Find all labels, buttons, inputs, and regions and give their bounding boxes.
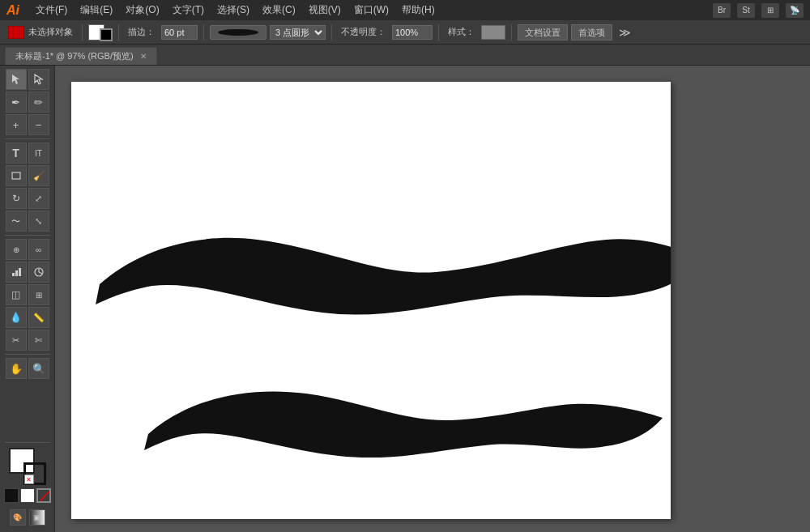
- black-swatch[interactable]: [4, 488, 19, 503]
- color-separator: [5, 442, 50, 443]
- mesh-tool[interactable]: ⊞: [28, 284, 49, 305]
- menu-object[interactable]: 对象(O): [126, 3, 159, 17]
- scissors-tool[interactable]: ✄: [28, 330, 49, 351]
- slice-tool[interactable]: ✂: [6, 330, 27, 351]
- reshape-tool[interactable]: ⤡: [28, 211, 49, 232]
- stock-icon[interactable]: St: [737, 3, 755, 18]
- stroke-label: 描边：: [125, 24, 158, 40]
- type-tools: T IT: [6, 143, 49, 164]
- svg-rect-4: [15, 270, 18, 276]
- slice-tools: ✂ ✄: [6, 330, 49, 351]
- bridge-icon[interactable]: Br: [713, 3, 731, 18]
- shape-tools: 🧹: [6, 165, 49, 186]
- menu-select[interactable]: 选择(S): [217, 3, 249, 17]
- blend-tool[interactable]: ∞: [28, 239, 49, 260]
- style-label: 样式：: [445, 24, 478, 40]
- tab-close-button[interactable]: ✕: [140, 52, 147, 61]
- opacity-label: 不透明度：: [338, 24, 389, 40]
- freehand-tool[interactable]: ✏: [28, 92, 49, 113]
- pie-graph-tool[interactable]: [28, 262, 49, 283]
- bottom-swatches: 🎨 ▣: [10, 509, 45, 526]
- app-logo: Ai: [6, 3, 19, 18]
- left-toolbar: ✒ ✏ + − T IT 🧹 ↻ ⤢ 〜 ⤡ ⊕ ∞: [0, 66, 55, 532]
- menu-text[interactable]: 文字(T): [173, 3, 204, 17]
- stroke-color-box[interactable]: ✕: [23, 462, 46, 485]
- pen-tool[interactable]: ✒: [6, 92, 27, 113]
- color-boxes: ✕ 🎨 ▣: [4, 440, 51, 529]
- menu-view[interactable]: 视图(V): [309, 3, 341, 17]
- pen-tools: ✒ ✏: [6, 92, 49, 113]
- brush-preview[interactable]: [210, 25, 266, 40]
- doc-setup-button[interactable]: 文档设置: [518, 24, 568, 40]
- rotate-tool[interactable]: ↻: [6, 188, 27, 209]
- toolbar-options-icon[interactable]: ≫: [619, 26, 631, 39]
- antenna-icon[interactable]: 📡: [786, 3, 804, 18]
- scale-tool[interactable]: ⤢: [28, 188, 49, 209]
- touch-type-tool[interactable]: IT: [28, 143, 49, 164]
- svg-rect-2: [12, 172, 20, 179]
- select-tools: [6, 69, 49, 90]
- eraser-tool[interactable]: 🧹: [28, 165, 49, 186]
- menu-edit[interactable]: 编辑(E): [80, 3, 113, 17]
- color-stack[interactable]: ✕: [9, 448, 46, 485]
- transform-tools: ↻ ⤢: [6, 188, 49, 209]
- rectangle-tool[interactable]: [6, 165, 27, 186]
- stroke-value-input[interactable]: [161, 25, 198, 40]
- utility-tools: 💧 📏: [6, 307, 49, 328]
- zoom-tool[interactable]: 🔍: [28, 358, 49, 379]
- svg-marker-0: [12, 74, 19, 84]
- document-tab[interactable]: 未标题-1* @ 97% (RGB/预览) ✕: [5, 47, 157, 65]
- title-bar: Ai 文件(F) 编辑(E) 对象(O) 文字(T) 选择(S) 效果(C) 视…: [0, 0, 810, 20]
- symbol-tool[interactable]: ⊕: [6, 239, 27, 260]
- opacity-input[interactable]: [392, 25, 433, 40]
- svg-rect-5: [19, 268, 21, 276]
- small-swatches: [4, 488, 51, 503]
- svg-line-9: [40, 492, 49, 501]
- artboard: [71, 82, 671, 519]
- symbol-tools: ⊕ ∞: [6, 239, 49, 260]
- warp-tools: 〜 ⤡: [6, 211, 49, 232]
- svg-marker-1: [35, 74, 42, 84]
- graph-tools: [6, 262, 49, 283]
- warp-tool[interactable]: 〜: [6, 211, 27, 232]
- hand-tool[interactable]: ✋: [6, 358, 27, 379]
- eyedropper-tool[interactable]: 💧: [6, 307, 27, 328]
- type-tool[interactable]: T: [6, 143, 27, 164]
- toolbar: 未选择对象 描边： 3 点圆形 不透明度： 样式： 文档设置 首选项 ≫: [0, 20, 810, 45]
- delete-anchor-tool[interactable]: −: [28, 114, 49, 135]
- selection-tool[interactable]: [6, 69, 27, 90]
- grid-icon[interactable]: ⊞: [761, 3, 779, 18]
- tool-separator-3: [5, 354, 50, 355]
- style-swatch[interactable]: [481, 25, 505, 40]
- direct-select-tool[interactable]: [28, 69, 49, 90]
- no-selection-label: 未选择对象: [5, 24, 76, 40]
- tool-separator-1: [5, 138, 50, 139]
- none-swatch[interactable]: [36, 488, 51, 503]
- gradient-tool[interactable]: ◫: [6, 284, 27, 305]
- canvas-area: [55, 66, 810, 532]
- svg-line-8: [39, 272, 42, 274]
- view-tools: ✋ 🔍: [6, 358, 49, 379]
- none-indicator: ✕: [24, 475, 34, 484]
- menu-window[interactable]: 窗口(W): [354, 3, 389, 17]
- color-mode-icon[interactable]: 🎨: [10, 509, 26, 526]
- white-swatch[interactable]: [20, 488, 35, 503]
- gradient-fill-icon[interactable]: ▣: [29, 509, 45, 526]
- column-graph-tool[interactable]: [6, 262, 27, 283]
- menu-file[interactable]: 文件(F): [36, 3, 67, 17]
- tool-separator-2: [5, 235, 50, 236]
- menu-help[interactable]: 帮助(H): [402, 3, 435, 17]
- anchor-tools: + −: [6, 114, 49, 135]
- menu-effect[interactable]: 效果(C): [262, 3, 296, 17]
- measure-tool[interactable]: 📏: [28, 307, 49, 328]
- main-area: ✒ ✏ + − T IT 🧹 ↻ ⤢ 〜 ⤡ ⊕ ∞: [0, 66, 810, 532]
- add-anchor-tool[interactable]: +: [6, 114, 27, 135]
- no-selection-text: 未选择对象: [28, 26, 73, 38]
- stroke-color-area[interactable]: [88, 23, 113, 41]
- brush-select[interactable]: 3 点圆形: [270, 25, 326, 40]
- svg-rect-3: [12, 273, 15, 276]
- title-right-icons: Br St ⊞ 📡: [713, 3, 804, 18]
- prefs-button[interactable]: 首选项: [571, 24, 612, 40]
- tab-bar: 未标题-1* @ 97% (RGB/预览) ✕: [0, 45, 810, 66]
- brush-strokes-svg: [71, 82, 671, 519]
